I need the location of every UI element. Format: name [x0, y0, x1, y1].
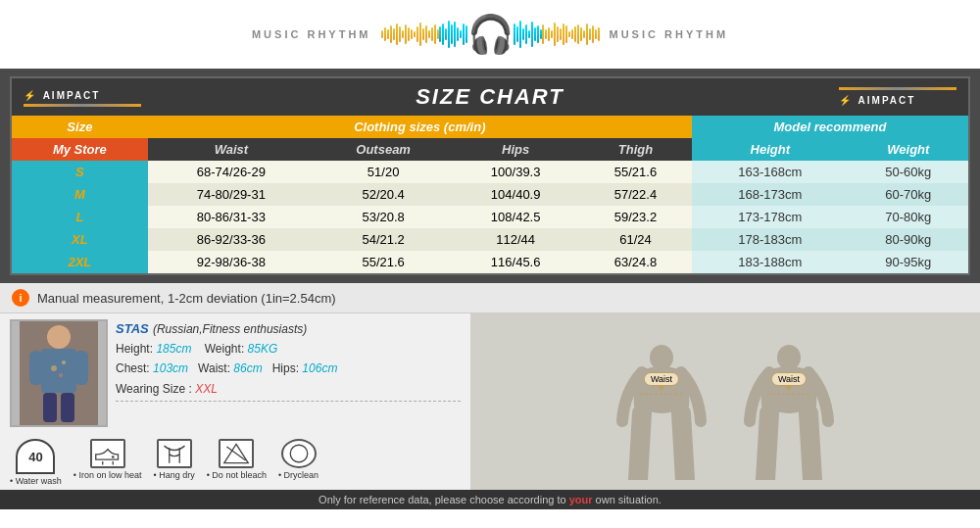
model-header: Model recommend [692, 116, 968, 138]
waveform-blue-left [439, 20, 467, 49]
height-header: Height [692, 138, 849, 161]
care-icons: 40 • Water wash • Iron on low heat [0, 433, 470, 490]
waist-header: Waist [148, 138, 315, 161]
brand-logo-right: ⚡ AIMPACT [839, 87, 956, 107]
main-content: ⚡ AIMPACT SIZE CHART ⚡ AIMPACT Size Clot… [0, 69, 980, 283]
wash-label: • Water wash [10, 476, 62, 486]
hips-cell: 100/39.3 [452, 161, 579, 183]
brand-logo-left: ⚡ AIMPACT [24, 87, 141, 107]
table-row: 2XL 92-98/36-38 55/21.6 116/45.6 63/24.8… [12, 251, 968, 273]
thigh-header: Thigh [579, 138, 692, 161]
size-cell: L [12, 206, 148, 228]
model-text: STAS (Russian,Fitness enthusiasts) Heigh… [116, 319, 461, 427]
bleach-label: • Do not bleach [207, 470, 267, 480]
thigh-cell: 57/22.4 [579, 183, 692, 206]
outseam-cell: 51/20 [315, 161, 452, 183]
table-subheader-row: My Store Waist Outseam Hips Thigh Height… [12, 138, 968, 161]
svg-point-1 [47, 325, 71, 349]
measurement-note-bar: i Manual measurement, 1-2cm deviation (1… [0, 283, 980, 313]
footer-highlight: your [569, 494, 593, 505]
height-cell: 168-173cm [692, 183, 849, 206]
dryclean-label: • Dryclean [278, 470, 318, 480]
svg-point-9 [59, 373, 63, 377]
weight-cell: 60-70kg [849, 183, 968, 206]
model-photo [10, 319, 108, 427]
svg-point-8 [62, 360, 66, 364]
svg-point-15 [290, 445, 308, 462]
bottom-section: STAS (Russian,Fitness enthusiasts) Heigh… [0, 313, 980, 490]
svg-point-12 [112, 456, 115, 458]
thigh-cell: 55/21.6 [579, 161, 692, 183]
model-stats: Height: 185cm Weight: 85KG Chest: 103cm … [116, 339, 461, 402]
footer-bar: Only for reference data, please choose a… [0, 490, 980, 509]
music-text-right: MUSIC RHYTHM [610, 28, 729, 40]
chart-header: ⚡ AIMPACT SIZE CHART ⚡ AIMPACT [12, 78, 968, 116]
outseam-cell: 55/21.6 [315, 251, 452, 273]
svg-rect-6 [61, 393, 74, 422]
dryclean-icon [281, 439, 317, 468]
thigh-cell: 59/23.2 [579, 206, 692, 228]
size-cell: S [12, 161, 148, 183]
model-info-area: STAS (Russian,Fitness enthusiasts) Heigh… [0, 313, 470, 433]
table-row: M 74-80/29-31 52/20.4 104/40.9 57/22.4 1… [12, 183, 968, 206]
height-cell: 183-188cm [692, 251, 849, 273]
care-item-dry: • Hang dry [154, 439, 195, 480]
footer-text: Only for reference data, please choose a… [318, 494, 569, 505]
silhouette-back: Waist [730, 343, 848, 480]
care-item-iron: • Iron on low heat [74, 439, 142, 480]
weight-cell: 80-90kg [849, 228, 968, 251]
size-table: Size Clothing sizes (cm/in) Model recomm… [12, 116, 968, 273]
waveform-left [381, 20, 439, 49]
bleach-icon [219, 439, 254, 468]
care-item-dryclean: • Dryclean [278, 439, 318, 480]
waist-cell: 80-86/31-33 [148, 206, 315, 228]
bottom-right: Waist Waist [470, 313, 980, 490]
size-cell: M [12, 183, 148, 206]
silhouette-front: Waist [603, 343, 720, 480]
wash-icon: 40 [16, 439, 55, 474]
model-name: STAS (Russian,Fitness enthusiasts) [116, 319, 461, 336]
waist-label-front: Waist [644, 372, 679, 386]
top-banner: MUSIC RHYTHM 🎧 MUSIC RHYTHM [0, 0, 980, 69]
waist-cell: 68-74/26-29 [148, 161, 315, 183]
size-cell: 2XL [12, 251, 148, 273]
waist-cell: 74-80/29-31 [148, 183, 315, 206]
table-row: XL 86-92/33-36 54/21.2 112/44 61/24 178-… [12, 228, 968, 251]
hips-cell: 112/44 [452, 228, 579, 251]
table-header-row: Size Clothing sizes (cm/in) Model recomm… [12, 116, 968, 138]
back-silhouette-svg [730, 343, 848, 480]
waist-cell: 86-92/33-36 [148, 228, 315, 251]
bottom-left: STAS (Russian,Fitness enthusiasts) Heigh… [0, 313, 470, 490]
hips-header: Hips [452, 138, 579, 161]
outseam-cell: 52/20.4 [315, 183, 452, 206]
measurement-note-text: Manual measurement, 1-2cm deviation (1in… [37, 291, 336, 306]
front-silhouette-svg [603, 343, 720, 480]
iron-label: • Iron on low heat [74, 470, 142, 480]
height-cell: 163-168cm [692, 161, 849, 183]
care-item-wash: 40 • Water wash [10, 439, 62, 486]
svg-rect-4 [74, 351, 88, 385]
mystore-header: My Store [12, 138, 148, 161]
outseam-cell: 54/21.2 [315, 228, 452, 251]
weight-cell: 50-60kg [849, 161, 968, 183]
info-icon: i [12, 289, 29, 307]
hips-cell: 116/45.6 [452, 251, 579, 273]
hips-cell: 108/42.5 [452, 206, 579, 228]
iron-icon [90, 439, 125, 468]
weight-cell: 90-95kg [849, 251, 968, 273]
outseam-header: Outseam [315, 138, 452, 161]
chart-container: ⚡ AIMPACT SIZE CHART ⚡ AIMPACT Size Clot… [10, 76, 970, 275]
table-row: L 80-86/31-33 53/20.8 108/42.5 59/23.2 1… [12, 206, 968, 228]
weight-cell: 70-80kg [849, 206, 968, 228]
model-photo-svg [20, 319, 98, 427]
clothing-header: Clothing sizes (cm/in) [148, 116, 692, 138]
svg-point-7 [51, 365, 57, 371]
size-cell: XL [12, 228, 148, 251]
table-row: S 68-74/26-29 51/20 100/39.3 55/21.6 163… [12, 161, 968, 183]
outseam-cell: 53/20.8 [315, 206, 452, 228]
body-silhouette-area: Waist Waist [470, 313, 980, 490]
hips-cell: 104/40.9 [452, 183, 579, 206]
waist-label-back: Waist [771, 372, 807, 386]
svg-rect-3 [29, 351, 43, 385]
dry-icon [157, 439, 192, 468]
